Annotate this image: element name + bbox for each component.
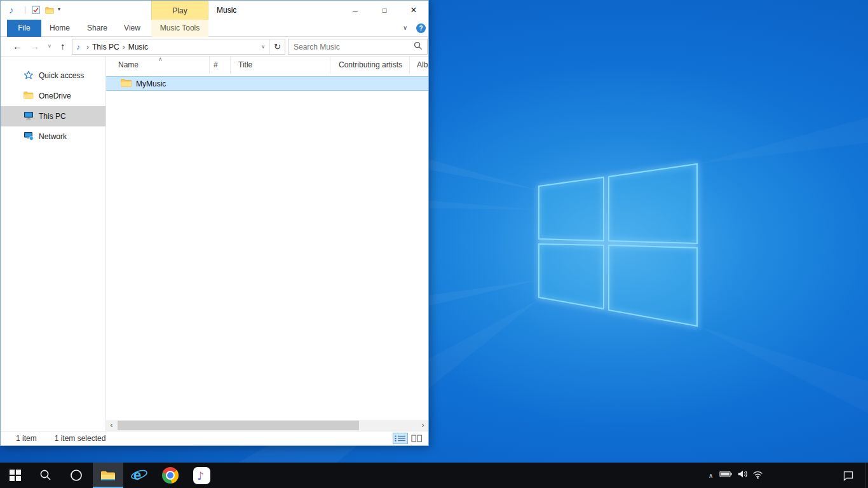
selection-count: 1 item selected (55, 434, 106, 443)
tab-file[interactable]: File (7, 20, 41, 37)
details-view-button[interactable] (393, 433, 408, 444)
view-toggle-buttons (393, 433, 424, 444)
file-list[interactable]: MyMusic (106, 74, 428, 420)
column-header-album[interactable]: Alb (410, 57, 428, 74)
ribbon-tab-row: File Home Share View Music Tools ∨ ? (1, 20, 428, 37)
file-row-mymusic[interactable]: MyMusic (106, 76, 428, 91)
svg-text:e: e (133, 467, 141, 483)
action-center-button[interactable] (839, 463, 858, 488)
expand-ribbon-button[interactable]: ∨ (403, 20, 407, 37)
window-controls: – □ × (341, 1, 428, 20)
maximize-button[interactable]: □ (370, 1, 399, 20)
itunes-icon: ♪ (193, 467, 210, 484)
taskbar-search-button[interactable] (31, 463, 61, 488)
forward-button[interactable]: → (30, 37, 39, 57)
windows-logo-icon (10, 470, 21, 481)
column-header-title[interactable]: Title (231, 57, 330, 74)
scroll-left-arrow[interactable]: ‹ (106, 420, 117, 431)
system-tray: ∧ (707, 463, 763, 488)
tab-view[interactable]: View (118, 20, 146, 37)
window-body: Quick access OneDrive (1, 57, 428, 431)
item-count: 1 item (16, 434, 37, 443)
internet-explorer-icon: e (130, 467, 148, 484)
scrollbar-thumb[interactable] (118, 421, 359, 430)
app-music-note-icon: ♪ (9, 4, 14, 15)
star-icon (24, 71, 34, 81)
action-center-icon (843, 470, 854, 481)
sidebar-item-this-pc[interactable]: This PC (1, 106, 105, 126)
refresh-button[interactable]: ↻ (269, 39, 285, 54)
sidebar-item-label: Quick access (39, 71, 84, 80)
network-icon (24, 132, 34, 142)
tab-home[interactable]: Home (46, 20, 74, 37)
close-button[interactable]: × (399, 1, 428, 20)
taskbar: e ♪ ∧ (0, 463, 868, 488)
address-dropdown[interactable]: ∨ (257, 39, 269, 54)
cortana-icon (70, 469, 83, 482)
onedrive-folder-icon (24, 92, 34, 101)
battery-icon[interactable] (719, 469, 733, 482)
sidebar-item-quick-access[interactable]: Quick access (1, 65, 105, 86)
file-explorer-window: ♪ | ▾ Play Music – □ × File Home Share V… (0, 0, 429, 446)
crumb-separator[interactable]: › (86, 43, 89, 51)
tab-share[interactable]: Share (83, 20, 112, 37)
file-name: MyMusic (136, 79, 166, 88)
search-box[interactable] (288, 39, 428, 55)
sidebar-item-network[interactable]: Network (1, 126, 105, 147)
address-bar[interactable]: ♪ › This PC › Music ∨ ↻ (72, 39, 285, 55)
navigation-bar: ← → ∨ ↑ ♪ › This PC › Music ∨ ↻ (1, 37, 428, 57)
show-desktop-button[interactable] (865, 463, 868, 488)
qat-customize-button[interactable]: ▾ (58, 6, 60, 12)
taskbar-itunes-button[interactable]: ♪ (186, 463, 217, 488)
taskbar-file-explorer-button[interactable] (93, 463, 123, 488)
sidebar-item-label: This PC (39, 112, 66, 121)
taskbar-chrome-button[interactable] (155, 463, 186, 488)
cortana-button[interactable] (61, 463, 92, 488)
file-explorer-icon (100, 469, 116, 482)
status-bar: 1 item 1 item selected (1, 431, 428, 445)
navigation-pane: Quick access OneDrive (1, 57, 106, 431)
chrome-icon (162, 467, 179, 484)
column-header-contributing-artists[interactable]: Contributing artists (330, 57, 410, 74)
search-icon[interactable] (414, 41, 423, 52)
start-button[interactable] (0, 463, 31, 488)
folder-icon (121, 79, 132, 89)
scrollbar-track[interactable] (117, 420, 417, 431)
qat-properties-icon[interactable] (32, 6, 40, 16)
column-header-number[interactable]: # (210, 57, 231, 74)
qat-new-folder-icon[interactable] (45, 7, 54, 16)
volume-icon[interactable] (737, 469, 748, 482)
sort-ascending-icon: ∧ (158, 55, 163, 63)
svg-text:♪: ♪ (197, 470, 204, 482)
minimize-button[interactable]: – (341, 1, 370, 20)
up-button[interactable]: ↑ (60, 37, 65, 57)
back-button[interactable]: ← (13, 37, 22, 57)
column-headers: ∧ Name # Title Contributing artists Alb (106, 57, 428, 74)
large-icons-view-button[interactable] (409, 433, 424, 444)
breadcrumb-music[interactable]: Music (128, 43, 148, 51)
horizontal-scrollbar[interactable]: ‹ › (106, 420, 428, 431)
hidden-icons-button[interactable]: ∧ (707, 472, 715, 479)
titlebar[interactable]: ♪ | ▾ Play Music – □ × (1, 1, 428, 20)
breadcrumb-this-pc[interactable]: This PC (92, 43, 119, 51)
sidebar-item-label: Network (39, 132, 67, 141)
recent-locations-dropdown[interactable]: ∨ (48, 37, 51, 57)
wifi-icon[interactable] (752, 470, 763, 482)
sidebar-item-onedrive[interactable]: OneDrive (1, 86, 105, 106)
search-input[interactable] (288, 43, 414, 51)
taskbar-internet-explorer-button[interactable]: e (124, 463, 154, 488)
file-list-pane: ∧ Name # Title Contributing artists Alb … (106, 57, 428, 431)
contextual-group-music-tools[interactable]: Music Tools (151, 20, 208, 37)
scroll-right-arrow[interactable]: › (417, 420, 428, 431)
window-title: Music (217, 1, 236, 20)
help-button[interactable]: ? (416, 24, 426, 33)
address-music-icon: ♪ (76, 43, 80, 51)
contextual-tab-play[interactable]: Play (151, 1, 208, 20)
search-icon (39, 469, 52, 482)
sidebar-item-label: OneDrive (39, 92, 71, 100)
crumb-separator[interactable]: › (123, 43, 125, 51)
computer-icon (24, 111, 34, 122)
qat-separator: | (24, 5, 26, 14)
